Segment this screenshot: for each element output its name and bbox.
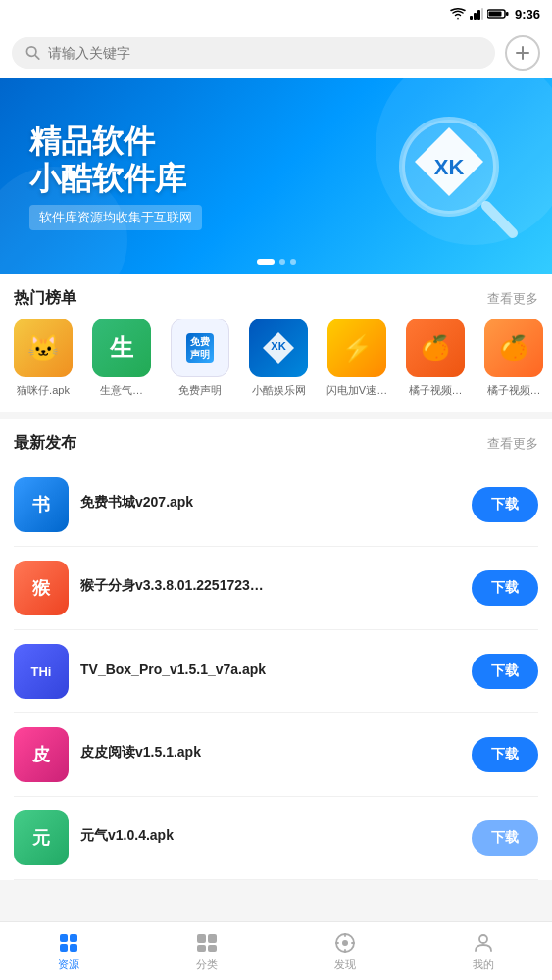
discover-icon: [333, 931, 357, 955]
download-btn-1[interactable]: 下载: [472, 487, 538, 522]
app-icon-2: 猴: [14, 561, 69, 615]
hot-section-header: 热门榜单 查看更多: [0, 274, 552, 318]
banner-subtitle: 软件库资源均收集于互联网: [29, 205, 202, 230]
hot-label-xk: 小酷娱乐网: [252, 383, 306, 398]
download-btn-5[interactable]: 下载: [472, 820, 538, 856]
latest-section-more[interactable]: 查看更多: [487, 435, 538, 453]
svg-rect-22: [208, 934, 217, 943]
resources-icon: [57, 931, 80, 955]
app-item-2: 猴 猴子分身v3.3.8.01.2251723… 下载: [14, 547, 538, 630]
banner-title: 精品软件 小酷软件库: [29, 122, 202, 198]
hot-badge-free: 免费声明: [186, 333, 214, 363]
app-name-3: TV_Box_Pro_v1.5.1_v7a.apk: [80, 662, 460, 677]
svg-point-27: [479, 935, 487, 943]
divider: [0, 412, 552, 419]
svg-rect-3: [481, 8, 483, 20]
search-input[interactable]: [48, 45, 481, 61]
category-icon: [195, 931, 219, 955]
svg-rect-18: [70, 934, 77, 942]
hot-item-orange1[interactable]: 🍊 橘子视频…: [400, 318, 471, 398]
banner-dot-2: [279, 259, 285, 265]
mine-icon: [472, 931, 495, 955]
download-btn-2[interactable]: 下载: [472, 570, 538, 606]
hot-icon-orange1: 🍊: [406, 318, 465, 377]
search-bar: [0, 27, 552, 78]
hot-label-flash: 闪电加V速…: [326, 383, 387, 398]
signal-icon: [470, 8, 483, 20]
latest-section-title: 最新发布: [14, 433, 76, 454]
banner-dot-1: [257, 259, 275, 265]
app-info-4: 皮皮阅读v1.5.1.apk: [80, 744, 460, 765]
search-icon: [25, 45, 40, 61]
app-name-4: 皮皮阅读v1.5.1.apk: [80, 744, 460, 761]
hot-item-orange2[interactable]: 🍊 橘子视频…: [478, 318, 549, 398]
latest-section-header: 最新发布 查看更多: [0, 419, 552, 464]
hot-icon-flash: ⚡: [327, 318, 386, 377]
nav-item-category[interactable]: 分类: [138, 922, 276, 980]
app-info-5: 元气v1.0.4.apk: [80, 827, 460, 849]
svg-text:XK: XK: [271, 340, 286, 352]
app-icon-5: 元: [14, 810, 69, 865]
nav-item-mine[interactable]: 我的: [414, 922, 552, 980]
hot-icon-cat: 🐱: [14, 318, 73, 377]
hot-section: 热门榜单 查看更多 🐱 猫咪仔.apk 生 生意气… 免费声明: [0, 274, 552, 412]
banner-dot-3: [290, 259, 296, 265]
banner[interactable]: 精品软件 小酷软件库 软件库资源均收集于互联网 XK: [0, 78, 552, 274]
bottom-nav: 资源 分类 发现 我的: [0, 921, 552, 980]
app-info-3: TV_Box_Pro_v1.5.1_v7a.apk: [80, 662, 460, 681]
app-name-5: 元气v1.0.4.apk: [80, 827, 460, 845]
hot-item-flash[interactable]: ⚡ 闪电加V速…: [322, 318, 392, 398]
app-name-2: 猴子分身v3.3.8.01.2251723…: [80, 577, 460, 595]
nav-label-discover: 发现: [334, 957, 356, 972]
hot-icon-free: 免费声明: [171, 318, 229, 377]
nav-label-resources: 资源: [58, 957, 79, 972]
nav-label-mine: 我的: [473, 957, 494, 972]
svg-rect-20: [70, 944, 77, 952]
hot-label-orange2: 橘子视频…: [487, 383, 541, 398]
latest-section: 最新发布 查看更多 书 免费书城v207.apk 下载 猴 猴子分身v3.3.8…: [0, 419, 552, 880]
svg-rect-24: [208, 945, 217, 952]
hot-item-free[interactable]: 免费声明 免费声明: [165, 318, 235, 398]
hot-icon-orange2: 🍊: [484, 318, 543, 377]
hot-item-xk[interactable]: XK 小酷娱乐网: [243, 318, 314, 398]
svg-rect-23: [197, 945, 206, 952]
hot-icon-business: 生: [92, 318, 151, 377]
svg-rect-17: [60, 934, 68, 942]
app-list: 书 免费书城v207.apk 下载 猴 猴子分身v3.3.8.01.225172…: [0, 464, 552, 880]
download-btn-3[interactable]: 下载: [472, 654, 538, 689]
hot-section-title: 热门榜单: [14, 288, 76, 309]
app-name-1: 免费书城v207.apk: [80, 494, 460, 512]
svg-rect-19: [60, 944, 68, 952]
hot-item-cat[interactable]: 🐱 猫咪仔.apk: [8, 318, 78, 398]
status-bar: 9:36: [0, 0, 552, 27]
app-item-1: 书 免费书城v207.apk 下载: [14, 464, 538, 547]
app-item-5: 元 元气v1.0.4.apk 下载: [14, 797, 538, 880]
svg-line-8: [35, 55, 39, 59]
app-info-1: 免费书城v207.apk: [80, 494, 460, 515]
hot-list: 🐱 猫咪仔.apk 生 生意气… 免费声明 免费声明: [0, 318, 552, 412]
svg-rect-6: [506, 12, 509, 16]
banner-text: 精品软件 小酷软件库 软件库资源均收集于互联网: [29, 122, 202, 231]
app-icon-4: 皮: [14, 727, 69, 782]
svg-rect-21: [197, 934, 206, 943]
hot-label-free: 免费声明: [178, 383, 222, 398]
hot-item-business[interactable]: 生 生意气…: [86, 318, 157, 398]
hot-section-more[interactable]: 查看更多: [487, 290, 538, 308]
app-icon-1: 书: [14, 477, 69, 532]
svg-rect-2: [477, 10, 480, 20]
nav-label-category: 分类: [196, 957, 218, 972]
nav-item-discover[interactable]: 发现: [276, 922, 415, 980]
battery-icon: [487, 8, 509, 20]
wifi-icon: [450, 8, 466, 20]
search-input-wrap[interactable]: [12, 37, 495, 69]
status-time: 9:36: [515, 7, 540, 22]
app-item-3: THi TV_Box_Pro_v1.5.1_v7a.apk 下载: [14, 630, 538, 713]
hot-label-cat: 猫咪仔.apk: [17, 383, 70, 398]
svg-rect-1: [474, 13, 477, 20]
hot-label-orange1: 橘子视频…: [409, 383, 463, 398]
app-info-2: 猴子分身v3.3.8.01.2251723…: [80, 577, 460, 599]
add-button[interactable]: [505, 35, 540, 71]
download-btn-4[interactable]: 下载: [472, 737, 538, 772]
nav-item-resources[interactable]: 资源: [0, 922, 138, 980]
app-item-4: 皮 皮皮阅读v1.5.1.apk 下载: [14, 713, 538, 797]
